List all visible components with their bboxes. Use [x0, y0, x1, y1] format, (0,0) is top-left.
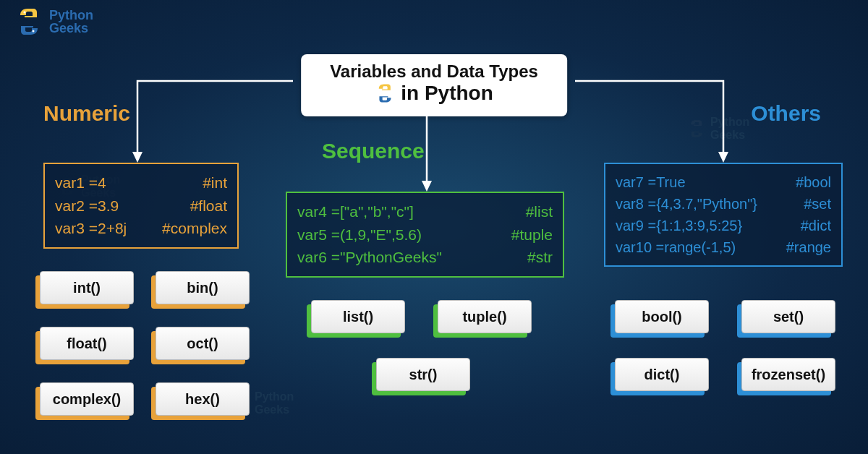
title-line2: in Python: [401, 82, 493, 105]
brand-line2: Geeks: [49, 22, 93, 35]
numeric-label: Numeric: [43, 101, 130, 126]
svg-point-0: [24, 12, 26, 14]
fn-hex: hex(): [156, 382, 250, 416]
title-line1: Variables and Data Types: [330, 61, 538, 82]
svg-point-1: [33, 30, 35, 33]
fn-list: list(): [311, 300, 405, 333]
code-line: var9 ={1:1,3:9,5:25}#dict: [616, 215, 831, 236]
sequence-code-box: var4 =["a","b","c"]#list var5 =(1,9,"E",…: [286, 192, 564, 278]
fn-int: int(): [40, 271, 134, 304]
fn-bool: bool(): [615, 300, 709, 333]
fn-str: str(): [376, 358, 470, 391]
code-line: var1 =4#int: [55, 171, 227, 194]
code-line: var6 ="PythonGeeks"#str: [297, 246, 553, 269]
fn-float: float(): [40, 327, 134, 360]
fn-oct: oct(): [156, 327, 250, 360]
svg-marker-2: [132, 152, 142, 163]
fn-complex: complex(): [40, 382, 134, 416]
code-line: var10 =range(-1,5)#range: [616, 236, 831, 258]
title-card: Variables and Data Types in Python: [301, 54, 567, 116]
code-line: var8 ={4,3.7,"Python"}#set: [616, 193, 831, 215]
fn-tuple: tuple(): [438, 300, 532, 333]
arrow-to-others: [571, 72, 752, 166]
arrow-to-numeric: [116, 72, 297, 166]
python-logo-icon: [14, 7, 43, 36]
brand-text: Python Geeks: [49, 9, 93, 35]
fn-bin: bin(): [156, 271, 250, 304]
brand-line1: Python: [49, 9, 93, 22]
fn-set: set(): [741, 300, 835, 333]
others-code-box: var7 =True#bool var8 ={4,3.7,"Python"}#s…: [604, 163, 843, 267]
brand-logo: Python Geeks: [14, 7, 93, 36]
sequence-label: Sequence: [322, 139, 425, 163]
svg-marker-3: [422, 181, 432, 192]
others-label: Others: [751, 101, 821, 126]
svg-marker-4: [718, 152, 728, 163]
code-line: var4 =["a","b","c"]#list: [297, 200, 553, 223]
code-line: var2 =3.9#float: [55, 194, 227, 218]
code-line: var3 =2+8j#complex: [55, 217, 227, 240]
python-small-icon: [375, 83, 395, 103]
fn-frozenset: frozenset(): [741, 358, 835, 391]
numeric-code-box: var1 =4#int var2 =3.9#float var3 =2+8j#c…: [43, 163, 239, 249]
fn-dict: dict(): [615, 358, 709, 391]
code-line: var7 =True#bool: [616, 171, 831, 193]
code-line: var5 =(1,9,"E",5.6)#tuple: [297, 223, 553, 247]
